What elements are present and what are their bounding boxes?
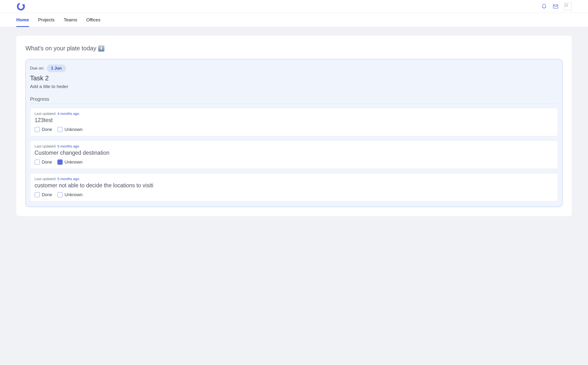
avatar[interactable] bbox=[564, 3, 572, 10]
progress-options: Done Unknown bbox=[35, 127, 553, 132]
due-label: Due on: bbox=[30, 66, 44, 71]
last-updated: Last updated: 4 months ago bbox=[35, 112, 553, 116]
page-content: What's on your plate today ⬇ Due on: 1 J… bbox=[0, 27, 588, 225]
nav-item-offices[interactable]: Offices bbox=[86, 13, 100, 27]
arrow-down-icon: ⬇ bbox=[98, 45, 104, 52]
done-option[interactable]: Done bbox=[35, 127, 52, 132]
nav-item-projects[interactable]: Projects bbox=[38, 13, 55, 27]
unknown-label: Unknown bbox=[65, 160, 83, 165]
done-option[interactable]: Done bbox=[35, 160, 52, 165]
due-badge: 1 Jun bbox=[47, 64, 66, 72]
mail-icon[interactable] bbox=[552, 3, 559, 10]
last-updated: Last updated: 5 months ago bbox=[35, 144, 553, 148]
main-nav: Home Projects Teams Offices bbox=[0, 13, 588, 27]
last-updated-label: Last updated: bbox=[35, 144, 56, 148]
done-label: Done bbox=[42, 192, 52, 197]
progress-item-title: 123test bbox=[35, 117, 553, 124]
nav-item-teams[interactable]: Teams bbox=[64, 13, 77, 27]
progress-options: Done Unknown bbox=[35, 192, 553, 197]
done-label: Done bbox=[42, 160, 52, 165]
unknown-option[interactable]: Unknown bbox=[57, 192, 83, 197]
progress-options: Done Unknown bbox=[35, 160, 553, 165]
progress-item[interactable]: Last updated: 4 months ago 123test Done … bbox=[30, 108, 558, 136]
relative-time: 5 months ago bbox=[57, 144, 79, 148]
checkbox[interactable] bbox=[57, 160, 63, 165]
task-panel[interactable]: Due on: 1 Jun Task 2 Add a title to hede… bbox=[25, 59, 563, 207]
svg-point-6 bbox=[567, 4, 567, 5]
unknown-label: Unknown bbox=[65, 127, 83, 132]
done-label: Done bbox=[42, 127, 52, 132]
task-description: Add a title to heder bbox=[30, 84, 558, 89]
last-updated-label: Last updated: bbox=[35, 177, 56, 181]
progress-item-title: Customer changed destination bbox=[35, 150, 553, 156]
task-title: Task 2 bbox=[30, 75, 558, 82]
app-logo[interactable] bbox=[16, 2, 25, 11]
checkbox[interactable] bbox=[35, 192, 40, 197]
svg-rect-5 bbox=[565, 3, 568, 6]
progress-item-title: customer not able to decide the location… bbox=[35, 182, 553, 189]
relative-time: 4 months ago bbox=[57, 112, 79, 116]
checkbox[interactable] bbox=[35, 127, 40, 132]
checkbox[interactable] bbox=[57, 127, 63, 132]
done-option[interactable]: Done bbox=[35, 192, 52, 197]
unknown-option[interactable]: Unknown bbox=[57, 127, 83, 132]
progress-item[interactable]: Last updated: 5 months ago customer not … bbox=[30, 173, 558, 201]
progress-item[interactable]: Last updated: 5 months ago Customer chan… bbox=[30, 140, 558, 169]
page-title-text: What's on your plate today bbox=[25, 45, 96, 52]
unknown-option[interactable]: Unknown bbox=[57, 160, 83, 165]
progress-heading: Progress bbox=[30, 96, 558, 104]
last-updated-label: Last updated: bbox=[35, 112, 56, 116]
top-actions bbox=[541, 3, 572, 10]
page-title: What's on your plate today ⬇ bbox=[25, 45, 563, 52]
unknown-label: Unknown bbox=[65, 192, 83, 197]
relative-time: 5 months ago bbox=[57, 177, 79, 181]
topbar bbox=[0, 0, 588, 13]
nav-item-home[interactable]: Home bbox=[16, 13, 29, 27]
checkbox[interactable] bbox=[35, 160, 40, 165]
notifications-icon[interactable] bbox=[541, 3, 547, 10]
main-card: What's on your plate today ⬇ Due on: 1 J… bbox=[16, 36, 572, 216]
checkbox[interactable] bbox=[57, 192, 63, 197]
task-due: Due on: 1 Jun bbox=[30, 64, 558, 72]
last-updated: Last updated: 5 months ago bbox=[35, 177, 553, 181]
